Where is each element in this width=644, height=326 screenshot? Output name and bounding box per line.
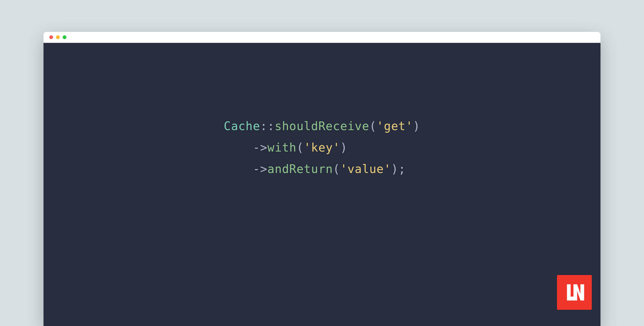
string-quote-open: ' xyxy=(377,119,384,133)
maximize-button[interactable] xyxy=(63,35,66,39)
string-value: get xyxy=(384,119,406,133)
string-value: key xyxy=(311,141,333,154)
window-titlebar xyxy=(44,32,600,43)
code-block: Cache::shouldReceive('get') ->with('key'… xyxy=(44,115,600,180)
lparen-token: ( xyxy=(296,141,304,154)
method-token: andReturn xyxy=(267,162,333,176)
string-quote-close: ' xyxy=(406,119,413,133)
rparen-semi-token: ); xyxy=(391,162,406,176)
code-window: Cache::shouldReceive('get') ->with('key'… xyxy=(44,32,600,326)
code-line-1: Cache::shouldReceive('get') xyxy=(224,115,420,137)
minimize-button[interactable] xyxy=(56,35,60,39)
indent xyxy=(224,141,253,154)
logo-icon xyxy=(563,281,586,304)
scope-operator: :: xyxy=(260,119,275,133)
lparen-token: ( xyxy=(333,162,340,176)
string-value: value xyxy=(348,162,384,176)
string-quote-close: ' xyxy=(333,141,340,154)
rparen-token: ) xyxy=(413,119,420,133)
arrow-operator: -> xyxy=(253,141,267,154)
close-button[interactable] xyxy=(49,35,53,39)
method-token: with xyxy=(267,141,296,154)
class-token: Cache xyxy=(224,119,260,133)
logo-badge xyxy=(557,275,592,310)
string-quote-open: ' xyxy=(340,162,348,176)
indent xyxy=(224,162,253,176)
lparen-token: ( xyxy=(369,119,377,133)
string-quote-open: ' xyxy=(304,141,311,154)
code-line-2: ->with('key') xyxy=(224,137,420,158)
code-line-3: ->andReturn('value'); xyxy=(224,158,420,180)
rparen-token: ) xyxy=(340,141,348,154)
string-quote-close: ' xyxy=(384,162,391,176)
method-token: shouldReceive xyxy=(275,119,369,133)
code-editor: Cache::shouldReceive('get') ->with('key'… xyxy=(44,43,600,326)
arrow-operator: -> xyxy=(253,162,267,176)
code-content: Cache::shouldReceive('get') ->with('key'… xyxy=(224,115,420,180)
